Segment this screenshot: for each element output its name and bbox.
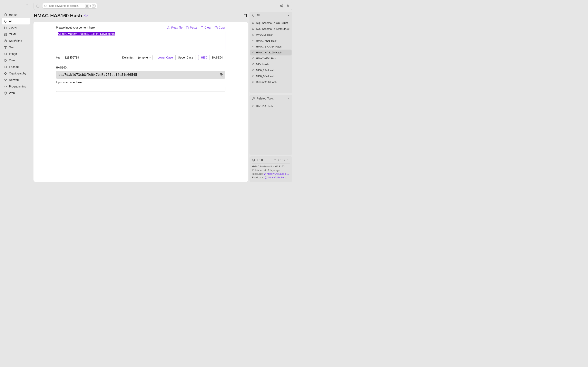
user-button[interactable] (286, 4, 290, 8)
svg-rect-39 (264, 174, 266, 175)
svg-marker-35 (274, 159, 276, 161)
sidebar-item-web[interactable]: Web (2, 90, 30, 96)
search-shortcut: ⌘ + K (85, 4, 95, 8)
bell-icon (252, 81, 254, 83)
all-tools-card: All SQL Schema To GO StructSQL Schema To… (250, 12, 292, 93)
bell-icon (252, 45, 254, 48)
sidebar-item-text[interactable]: Text (2, 44, 30, 50)
svg-point-40 (265, 176, 267, 179)
palette-icon (4, 59, 7, 62)
wrench-icon (252, 97, 255, 100)
all-list-item[interactable]: SQL Schema To GO Struct (250, 20, 292, 26)
key-input[interactable] (63, 55, 101, 60)
all-list-item[interactable]: HMAC-MD4 Hash (250, 55, 292, 61)
svg-rect-27 (246, 14, 247, 17)
lightning-icon (274, 159, 277, 161)
search-box[interactable]: ⌘ + K (42, 3, 97, 8)
bell-icon (252, 69, 254, 72)
lower-case-button[interactable]: Lower Case (155, 55, 176, 60)
globe-icon (278, 159, 281, 161)
svg-line-12 (5, 67, 6, 67)
info-card: 1.0.0 HMAC hash tool for HAS160 Publishe… (250, 156, 292, 182)
related-list-item[interactable]: HAS160 Hash (250, 103, 292, 109)
bell-icon (252, 63, 254, 66)
content-input[interactable]: A Free, Modern Toolbox, Built for Develo… (56, 31, 225, 50)
version-label: 1.0.0 (256, 158, 263, 162)
base64-button[interactable]: BASE64 (209, 55, 225, 60)
collapse-sidebar-button[interactable] (26, 3, 29, 7)
chevron-down-icon[interactable] (287, 97, 290, 100)
all-list-item[interactable]: HMAC-MD5 Hash (250, 38, 292, 44)
hex-button[interactable]: HEX (198, 55, 209, 60)
all-list-item[interactable]: MD6_384 Hash (250, 73, 292, 79)
all-list-item[interactable]: HMAC-SHA384 Hash (250, 44, 292, 50)
related-header: Related Tools (256, 97, 274, 100)
sidebar-item-home[interactable]: Home (2, 11, 30, 18)
all-list-item[interactable]: Ripemd256 Hash (250, 79, 292, 85)
tool-link[interactable]: https://t.he3app.co… (267, 173, 290, 175)
sidebar-item-all[interactable]: All (2, 18, 30, 25)
sidebar-item-yaml[interactable]: YAML (2, 31, 30, 38)
svg-line-22 (281, 6, 282, 7)
all-list-item[interactable]: MD6_224 Hash (250, 67, 292, 73)
sidebar-item-image[interactable]: Image (2, 50, 30, 57)
wifi-icon (4, 78, 7, 82)
all-header: All (256, 14, 260, 17)
bell-icon (252, 57, 254, 60)
copy-icon[interactable] (264, 173, 266, 175)
feedback-label: Feedback: (252, 176, 264, 179)
related-tools-card: Related Tools HAS160 Hash (250, 95, 292, 155)
sidebar-item-cryptography[interactable]: Cryptography (2, 70, 30, 77)
read-file-button[interactable]: Read file (167, 26, 182, 29)
sidebar-item-programming[interactable]: Programming (2, 83, 30, 90)
favorite-button[interactable] (84, 14, 88, 17)
input-label: Please input your content here: (56, 26, 95, 29)
chevron-down-icon[interactable] (287, 159, 290, 161)
sidebar-item-label: Home (9, 13, 17, 16)
copy-output-button[interactable] (220, 73, 223, 76)
bell-icon (252, 22, 254, 24)
delimiter-select[interactable]: (empty) (136, 55, 152, 60)
info-desc: HMAC hash tool for HAS160 (252, 165, 290, 168)
link-icon (265, 176, 267, 179)
sidebar-item-color[interactable]: Color (2, 57, 30, 64)
svg-rect-31 (221, 75, 223, 76)
sidebar-item-datetime[interactable]: Date/Time (2, 38, 30, 44)
search-icon (44, 4, 47, 7)
all-list-item[interactable]: HMAC-HAS160 Hash (250, 50, 292, 55)
right-panel: All SQL Schema To GO StructSQL Schema To… (250, 12, 292, 182)
comparer-input[interactable] (56, 86, 225, 92)
clear-button[interactable]: Clear (200, 26, 211, 29)
delimiter-label: Delimiter: (122, 56, 134, 59)
image-icon (4, 52, 7, 55)
globe-icon (4, 91, 7, 95)
key-label: key: (56, 56, 61, 59)
bell-icon (252, 34, 254, 36)
sidebar-item-label: Web (9, 91, 15, 95)
sidebar-item-label: Encode (9, 65, 18, 68)
bell-icon (252, 14, 255, 17)
share-button[interactable] (279, 4, 284, 8)
all-list-item[interactable]: MD4 Hash (250, 61, 292, 67)
sidebar-item-encode[interactable]: Encode (2, 64, 30, 70)
sidebar-item-label: YAML (9, 33, 17, 36)
all-list-item[interactable]: MySQL5 Hash (250, 32, 292, 38)
upper-case-button[interactable]: Upper Case (176, 55, 196, 60)
panel-toggle-button[interactable] (244, 14, 247, 17)
search-input[interactable] (49, 4, 83, 7)
svg-point-19 (282, 4, 283, 5)
copy-button[interactable]: Copy (215, 26, 225, 29)
feedback-link[interactable]: https://github.com/… (268, 176, 290, 179)
svg-line-18 (46, 6, 47, 7)
clock-icon (4, 39, 7, 42)
svg-point-10 (5, 59, 5, 60)
tool-link-label: Tool Link: (252, 173, 263, 175)
all-list-item[interactable]: SQL Schema To Swift Struct (250, 26, 292, 32)
code-icon (4, 85, 7, 88)
home-button[interactable] (36, 4, 40, 8)
sidebar-item-json[interactable]: JSON (2, 25, 30, 31)
chevron-down-icon[interactable] (287, 14, 290, 17)
paste-button[interactable]: Paste (186, 26, 197, 29)
sidebar-item-network[interactable]: Network (2, 77, 30, 83)
svg-point-24 (287, 5, 288, 6)
